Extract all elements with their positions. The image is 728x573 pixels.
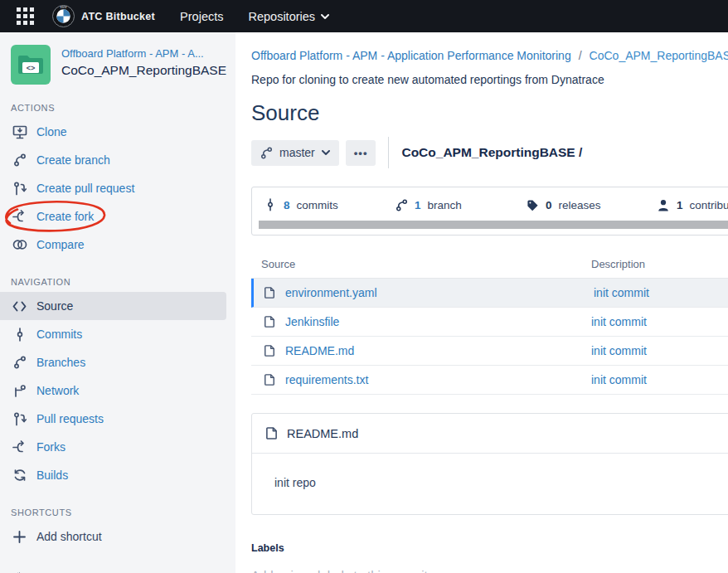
shortcuts-section-header: SHORTCUTS bbox=[11, 507, 235, 517]
file-link[interactable]: Jenkinsfile bbox=[285, 315, 339, 328]
sidebar-item-clone[interactable]: Clone bbox=[0, 118, 235, 146]
column-header-description: Description bbox=[591, 258, 645, 270]
project-link[interactable]: Offboard Platform - APM - A... bbox=[61, 47, 226, 60]
actions-section-header: ACTIONS bbox=[11, 103, 235, 113]
table-row[interactable]: requirements.txt init commit bbox=[251, 366, 728, 395]
sidebar-item-add-shortcut[interactable]: Add shortcut bbox=[0, 522, 235, 551]
horizontal-scrollbar[interactable] bbox=[259, 221, 728, 229]
top-navigation-bar: BMW ATC Bitbucket Projects Repositories bbox=[0, 0, 728, 32]
compare-icon bbox=[12, 239, 27, 250]
sidebar-item-branches[interactable]: Branches bbox=[0, 348, 235, 376]
stat-value: 1 bbox=[415, 199, 421, 211]
stat-label: releases bbox=[559, 199, 601, 211]
table-row[interactable]: environment.yaml init commit bbox=[251, 279, 728, 308]
svg-text:<>: <> bbox=[27, 64, 36, 72]
breadcrumb-project-link[interactable]: Offboard Platform - APM - Application Pe… bbox=[251, 49, 571, 62]
sidebar-item-label: Branches bbox=[36, 356, 85, 369]
file-icon bbox=[264, 344, 275, 357]
readme-header: README.md bbox=[252, 414, 728, 454]
repo-header: <> Offboard Platform - APM - A... CoCo_A… bbox=[0, 45, 235, 85]
repo-name: CoCo_APM_ReportingBASE bbox=[61, 63, 226, 78]
commit-message-link[interactable]: init commit bbox=[594, 286, 649, 299]
sidebar-item-label: Add shortcut bbox=[36, 530, 102, 543]
sidebar-item-create-branch[interactable]: Create branch bbox=[0, 146, 235, 174]
sidebar-item-create-pull-request[interactable]: Create pull request bbox=[0, 174, 235, 202]
file-table-header: Source Description bbox=[251, 258, 728, 279]
sidebar-item-network[interactable]: Network bbox=[0, 376, 235, 405]
nav-repositories-label: Repositories bbox=[248, 10, 315, 23]
more-actions-button[interactable]: ••• bbox=[346, 140, 376, 166]
sidebar-item-label: Forks bbox=[36, 440, 66, 454]
column-header-source: Source bbox=[261, 258, 591, 270]
sidebar-item-label: Source bbox=[36, 299, 73, 313]
file-icon bbox=[265, 426, 278, 440]
sidebar-item-label: Clone bbox=[36, 125, 67, 138]
file-icon bbox=[264, 315, 275, 328]
vertical-divider bbox=[388, 137, 389, 168]
nav-projects[interactable]: Projects bbox=[180, 10, 223, 23]
commit-message-link[interactable]: init commit bbox=[591, 315, 647, 328]
file-path-breadcrumb[interactable]: CoCo_APM_ReportingBASE / bbox=[401, 145, 582, 160]
labels-input-placeholder[interactable]: Add unique labels to this repository bbox=[251, 568, 728, 573]
table-row[interactable]: Jenkinsfile init commit bbox=[251, 308, 728, 337]
table-row[interactable]: README.md init commit bbox=[251, 337, 728, 366]
fork-icon bbox=[12, 210, 27, 223]
stat-value: 8 bbox=[284, 199, 290, 211]
builds-icon bbox=[12, 469, 27, 482]
breadcrumb-separator: / bbox=[579, 49, 582, 62]
sidebar-item-repository-settings[interactable]: Repository settings bbox=[0, 564, 235, 573]
commit-icon bbox=[264, 198, 277, 211]
commit-message-link[interactable]: init commit bbox=[591, 373, 647, 386]
sidebar-item-commits[interactable]: Commits bbox=[0, 320, 235, 348]
sidebar-item-label: Create pull request bbox=[36, 182, 134, 195]
branch-selector-button[interactable]: master bbox=[251, 140, 339, 166]
app-switcher-icon[interactable] bbox=[17, 7, 34, 25]
stat-commits[interactable]: 8 commits bbox=[264, 198, 395, 211]
sidebar-item-forks[interactable]: Forks bbox=[0, 433, 235, 461]
bmw-logo-icon[interactable]: BMW bbox=[52, 5, 75, 27]
stat-value: 0 bbox=[546, 199, 552, 211]
sidebar: <> Offboard Platform - APM - A... CoCo_A… bbox=[0, 32, 235, 573]
svg-text:BMW: BMW bbox=[61, 6, 67, 9]
sidebar-item-source[interactable]: Source bbox=[0, 292, 226, 320]
nav-repositories[interactable]: Repositories bbox=[248, 10, 329, 23]
stat-label: commits bbox=[297, 199, 338, 211]
commit-icon bbox=[12, 328, 27, 342]
navigation-section-header: NAVIGATION bbox=[11, 277, 235, 287]
stat-label: branch bbox=[428, 199, 462, 211]
person-icon bbox=[657, 199, 670, 211]
sidebar-item-builds[interactable]: Builds bbox=[0, 461, 235, 489]
sidebar-item-label: Network bbox=[36, 384, 79, 397]
file-table: Source Description environment.yaml init… bbox=[251, 258, 728, 395]
site-title[interactable]: ATC Bitbucket bbox=[81, 11, 155, 22]
branch-icon bbox=[12, 153, 27, 167]
ellipsis-icon: ••• bbox=[354, 147, 368, 159]
sidebar-item-pull-requests[interactable]: Pull requests bbox=[0, 405, 235, 433]
stat-label: contributor bbox=[690, 199, 728, 211]
sidebar-item-label: Create branch bbox=[36, 153, 110, 167]
pull-request-icon bbox=[12, 182, 27, 196]
breadcrumb-repo-link[interactable]: CoCo_APM_ReportingBASE bbox=[590, 49, 728, 62]
stat-branches[interactable]: 1 branch bbox=[395, 198, 526, 211]
file-link[interactable]: README.md bbox=[285, 344, 354, 357]
file-icon bbox=[264, 373, 275, 386]
labels-header: Labels bbox=[251, 542, 728, 554]
pull-request-icon bbox=[12, 412, 27, 426]
labels-section: Labels Add unique labels to this reposit… bbox=[251, 542, 728, 573]
file-link[interactable]: requirements.txt bbox=[285, 373, 368, 386]
repo-stats-card: 8 commits 1 branch bbox=[251, 187, 728, 236]
source-controls: master ••• CoCo_APM_ReportingBASE / bbox=[251, 137, 728, 168]
stat-value: 1 bbox=[677, 199, 683, 211]
readme-filename: README.md bbox=[287, 427, 358, 440]
stat-releases: 0 releases bbox=[526, 198, 657, 211]
chevron-down-icon bbox=[321, 14, 329, 20]
sidebar-item-label: Compare bbox=[36, 238, 85, 251]
file-icon bbox=[264, 286, 275, 299]
nav-projects-label: Projects bbox=[180, 10, 223, 23]
commit-message-link[interactable]: init commit bbox=[591, 344, 647, 357]
sidebar-item-create-fork[interactable]: Create fork bbox=[0, 202, 235, 231]
sidebar-item-compare[interactable]: Compare bbox=[0, 231, 235, 259]
file-link[interactable]: environment.yaml bbox=[285, 286, 377, 299]
readme-content: init repo bbox=[252, 454, 728, 514]
readme-card: README.md init repo bbox=[251, 413, 728, 515]
